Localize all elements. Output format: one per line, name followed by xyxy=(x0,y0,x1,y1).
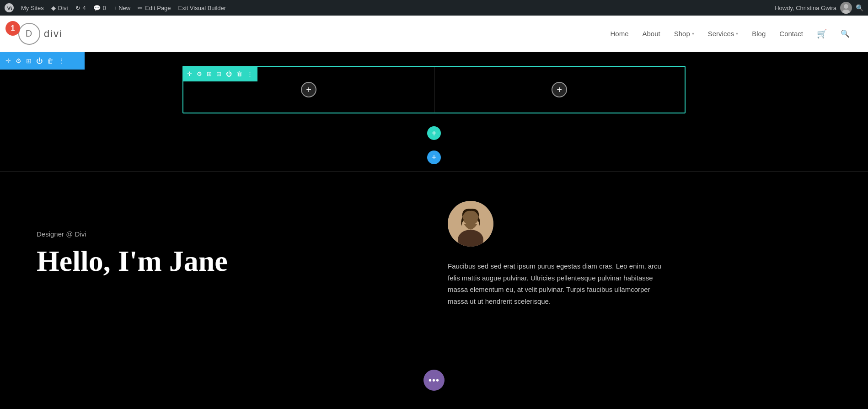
row-controls-bar: ✛ ⚙ ⊞ ⏻ 🗑 ⋮ xyxy=(0,52,85,70)
comments-icon: 💬 xyxy=(93,5,101,11)
add-section-area: + xyxy=(0,144,868,171)
row-tb-columns-icon[interactable]: ⊟ xyxy=(216,70,221,77)
nav-home[interactable]: Home xyxy=(610,30,628,38)
row-tb-delete-icon[interactable]: 🗑 xyxy=(236,70,242,77)
site-logo[interactable]: D divi xyxy=(18,23,63,45)
exit-builder-btn[interactable]: Exit Visual Builder xyxy=(178,5,226,11)
updates-count: 4 xyxy=(83,5,86,11)
services-chevron: ▾ xyxy=(736,31,738,36)
add-row-btn[interactable]: + xyxy=(427,126,441,140)
exit-builder-label: Exit Visual Builder xyxy=(178,5,226,11)
row-toolbar: ✛ ⚙ ⊞ ⊟ ⏻ 🗑 ⋮ xyxy=(182,66,257,81)
row-tb-layout-icon[interactable]: ⊞ xyxy=(207,70,212,77)
row-container: ✛ ⚙ ⊞ ⊟ ⏻ 🗑 ⋮ + + xyxy=(182,66,686,113)
row-more-icon[interactable]: ⋮ xyxy=(58,57,64,65)
logo-text: divi xyxy=(44,28,63,40)
svg-point-0 xyxy=(844,4,848,9)
cart-icon[interactable]: 🛒 xyxy=(817,29,827,39)
nav-search-icon[interactable]: 🔍 xyxy=(841,29,850,38)
shop-chevron: ▾ xyxy=(692,31,694,36)
new-label: + New xyxy=(113,5,130,11)
comments-btn[interactable]: 💬 0 xyxy=(93,5,106,11)
row-settings-icon[interactable]: ⚙ xyxy=(16,57,21,65)
row-layout-icon[interactable]: ⊞ xyxy=(26,57,32,65)
comments-count: 0 xyxy=(103,5,106,11)
site-header: 1 D divi Home About Shop ▾ Services ▾ Bl… xyxy=(0,16,868,52)
divi-icon: ◆ xyxy=(51,5,56,11)
hero-right: Faucibus sed sed erat ipsum purus egesta… xyxy=(420,201,831,307)
admin-search-icon[interactable]: 🔍 xyxy=(856,4,863,11)
row-tb-settings-icon[interactable]: ⚙ xyxy=(197,70,202,77)
site-nav: Home About Shop ▾ Services ▾ Blog Contac… xyxy=(610,29,850,39)
hero-body-text: Faucibus sed sed erat ipsum purus egesta… xyxy=(448,260,667,307)
fab-dots: ••• xyxy=(429,375,439,386)
hero-left: Designer @ Divi Hello, I'm Jane xyxy=(37,230,420,277)
hero-title: Hello, I'm Jane xyxy=(37,245,420,277)
edit-page-label: Edit Page xyxy=(145,5,171,11)
hero-subtitle: Designer @ Divi xyxy=(37,230,420,238)
divi-label: Divi xyxy=(58,5,68,11)
hero-avatar xyxy=(448,201,493,247)
row-tb-move-icon[interactable]: ✛ xyxy=(187,70,192,77)
svg-point-1 xyxy=(842,10,850,14)
edit-icon: ✏ xyxy=(138,5,143,11)
add-module-left-btn[interactable]: + xyxy=(301,82,316,97)
columns-row: + + xyxy=(183,67,685,113)
admin-bar-right: Howdy, Christina Gwira 🔍 xyxy=(775,2,863,14)
section-number-badge: 1 xyxy=(5,21,20,36)
add-row-area: + xyxy=(9,123,859,144)
column-right: + xyxy=(434,67,685,113)
new-btn[interactable]: + New xyxy=(113,5,130,11)
admin-bar: My Sites ◆ Divi ↻ 4 💬 0 + New ✏ Edit Pag… xyxy=(0,0,868,16)
hero-section: Designer @ Divi Hello, I'm Jane Faucibus… xyxy=(0,172,868,336)
row-move-icon[interactable]: ✛ xyxy=(5,57,11,65)
divi-btn[interactable]: ◆ Divi xyxy=(51,5,68,11)
user-greeting: Howdy, Christina Gwira xyxy=(775,5,836,11)
updates-btn[interactable]: ↻ 4 xyxy=(75,5,86,11)
logo-circle: D xyxy=(18,23,40,45)
add-section-btn[interactable]: + xyxy=(427,151,441,164)
nav-blog[interactable]: Blog xyxy=(752,30,766,38)
row-delete-icon[interactable]: 🗑 xyxy=(47,57,54,65)
fab-btn[interactable]: ••• xyxy=(423,370,445,391)
logo-letter: D xyxy=(26,28,33,39)
section-area: ✛ ⚙ ⊞ ⊟ ⏻ 🗑 ⋮ + + + xyxy=(0,52,868,144)
nav-about[interactable]: About xyxy=(642,30,660,38)
nav-shop[interactable]: Shop ▾ xyxy=(674,30,694,38)
edit-page-btn[interactable]: ✏ Edit Page xyxy=(138,5,171,11)
row-disable-icon[interactable]: ⏻ xyxy=(36,57,43,65)
my-sites-label: My Sites xyxy=(21,5,44,11)
row-tb-more-icon[interactable]: ⋮ xyxy=(247,70,253,77)
nav-services[interactable]: Services ▾ xyxy=(708,30,739,38)
row-tb-disable-icon[interactable]: ⏻ xyxy=(226,70,232,77)
avatar[interactable] xyxy=(840,2,852,14)
add-module-right-btn[interactable]: + xyxy=(552,82,567,97)
wp-logo-btn[interactable] xyxy=(5,3,14,12)
my-sites-btn[interactable]: My Sites xyxy=(21,5,44,11)
updates-icon: ↻ xyxy=(75,5,80,11)
main-content: ✛ ⚙ ⊞ ⊟ ⏻ 🗑 ⋮ + + + + xyxy=(0,52,868,409)
nav-contact[interactable]: Contact xyxy=(779,30,803,38)
